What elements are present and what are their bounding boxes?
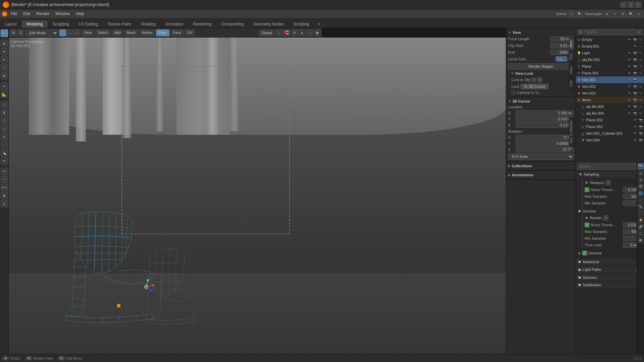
snapping-icon[interactable]: 🧲 bbox=[283, 29, 290, 36]
lock-to-obj-checkbox[interactable] bbox=[532, 78, 536, 82]
knife-button[interactable]: 🔪 bbox=[1, 149, 8, 157]
maximize-button[interactable]: □ bbox=[628, 2, 634, 8]
plane-sel-icon[interactable]: ⊙ bbox=[638, 64, 643, 69]
polypen-button[interactable]: ✒ bbox=[1, 157, 8, 165]
outliner-item-obj004[interactable]: △ obj file.004 👁 📷 ⊙ bbox=[576, 110, 644, 117]
viewport-shading-wire[interactable]: ○ bbox=[306, 29, 313, 36]
outliner-item-empty[interactable]: ⊙ Empty 👁 📷 ⊙ bbox=[576, 36, 644, 43]
cursor-rz-value[interactable]: 57.7° bbox=[516, 147, 574, 152]
render-settings-icon[interactable]: ⚙ bbox=[603, 215, 608, 221]
outliner-item-light[interactable]: 💡 Light 👁 📷 ⊙ bbox=[576, 50, 644, 56]
world-props-icon[interactable]: 🌐 bbox=[638, 190, 644, 196]
viewport-shading-solid[interactable]: ● bbox=[299, 29, 305, 36]
viewport-settings-icon[interactable]: ⚙ bbox=[605, 180, 611, 185]
annotate-tool-button[interactable]: ✏ bbox=[1, 82, 8, 90]
title-bar-controls[interactable]: − □ × bbox=[621, 2, 641, 8]
light-vis-icon[interactable]: 👁 bbox=[627, 50, 632, 56]
tab-modeling[interactable]: Modeling bbox=[22, 20, 48, 28]
menu-file[interactable]: File bbox=[8, 11, 20, 17]
transform-tool-button[interactable]: ⊞ bbox=[1, 72, 8, 79]
outliner-item-obj002[interactable]: △ obj file.002 👁 📷 ⊙ bbox=[576, 56, 644, 63]
outliner-item-empty001[interactable]: ⊙ Empty.001 👁 ··· bbox=[576, 43, 644, 50]
tab-animation[interactable]: Animation bbox=[161, 20, 188, 28]
editor-type-icon[interactable]: ⊞ bbox=[10, 29, 17, 36]
vertex-select-icon[interactable]: · bbox=[59, 29, 66, 36]
empty-select-icon[interactable]: ⊙ bbox=[638, 37, 643, 42]
outliner-item-skirt[interactable]: △ skirt.001_Cylinder.003 👁 📷 bbox=[576, 130, 644, 137]
outliner-item-plane001[interactable]: ▽ Plane.001 👁 📷 ⊙ bbox=[576, 70, 644, 76]
plane003-vis-icon[interactable]: 👁 bbox=[632, 124, 638, 129]
select-tool-button[interactable]: ↖ bbox=[1, 29, 8, 37]
cursor-y-value[interactable]: -2.632 m bbox=[516, 116, 574, 122]
dress-vis-icon[interactable]: 👁 bbox=[627, 97, 632, 103]
viewport-shading-render[interactable]: ◉ bbox=[314, 29, 321, 36]
scale-tool-button[interactable]: ⤡ bbox=[1, 64, 8, 71]
plane001-vis-icon[interactable]: 👁 bbox=[627, 70, 632, 76]
render-sub-header[interactable]: ▼ Render ⚙ bbox=[585, 214, 641, 222]
plane002-render-icon[interactable]: 📷 bbox=[638, 117, 643, 123]
object-props-icon[interactable]: ○ bbox=[638, 197, 644, 203]
add-menu[interactable]: Add bbox=[112, 29, 123, 36]
obj003-sel-icon[interactable]: ⊙ bbox=[638, 104, 643, 109]
cursor-rx-value[interactable]: 77.5° bbox=[516, 135, 574, 140]
tab-compositing[interactable]: Compositing bbox=[217, 20, 249, 28]
cursor-ry-value[interactable]: 0.00003° bbox=[516, 141, 574, 146]
add-cube-button[interactable]: □ bbox=[1, 101, 8, 108]
shrink-flatten-button[interactable]: ◍ bbox=[1, 192, 8, 199]
collections-header-row[interactable]: ▶ Collections ··· bbox=[508, 163, 574, 169]
vert001-render-icon[interactable]: 📷 bbox=[632, 77, 638, 82]
edge-menu[interactable]: Edge bbox=[156, 29, 169, 36]
vert003-render-icon[interactable]: 📷 bbox=[632, 90, 638, 96]
obj004-vis-icon[interactable]: 👁 bbox=[627, 111, 632, 116]
vert003-vis-icon[interactable]: 👁 bbox=[627, 90, 632, 96]
minimize-button[interactable]: − bbox=[621, 2, 627, 8]
tab-daz-to-blender[interactable]: Daz To Blender bbox=[569, 117, 574, 146]
vertex-menu[interactable]: Vertex bbox=[140, 29, 155, 36]
extrude-button[interactable]: ⬆ bbox=[1, 109, 8, 116]
denoise-sub-header[interactable]: ▶ Denoise bbox=[579, 208, 641, 214]
obj003-vis-icon[interactable]: 👁 bbox=[627, 104, 632, 109]
tab-tool[interactable]: Tool bbox=[569, 51, 574, 63]
select-menu[interactable]: Select bbox=[96, 29, 111, 36]
particles-props-icon[interactable]: · bbox=[638, 210, 644, 216]
obj004-render-icon[interactable]: 📷 bbox=[632, 111, 638, 116]
obj003-render-icon[interactable]: 📷 bbox=[632, 104, 638, 109]
render-noise-thresh-checkbox[interactable]: ✓ bbox=[585, 223, 589, 227]
measure-tool-button[interactable]: 📐 bbox=[1, 90, 8, 98]
loop-cut-button[interactable]: ≡ bbox=[1, 133, 8, 140]
search-icon[interactable]: 🔍 bbox=[628, 11, 634, 17]
cursor-tool-button[interactable]: ⊕ bbox=[1, 40, 8, 47]
outliner-item-vert001[interactable]: ▼ Vert.001 👁 📷 ⊙ bbox=[576, 76, 644, 83]
annotations-options[interactable]: ··· bbox=[571, 173, 574, 177]
tab-shading[interactable]: Shading bbox=[136, 20, 160, 28]
collections-options[interactable]: ··· bbox=[571, 164, 574, 168]
obj002-render-icon[interactable]: 📷 bbox=[632, 57, 638, 62]
cursor-x-value[interactable]: 2.302 m bbox=[516, 110, 574, 116]
outliner-item-vert002[interactable]: ▼ Vert.002 👁 📷 ⊙ bbox=[576, 83, 644, 90]
filter-icon[interactable]: ≡ bbox=[636, 11, 642, 17]
viewport-sub-header[interactable]: ▼ Viewport ⚙ bbox=[585, 179, 641, 186]
modifier-props-icon[interactable]: 🔧 bbox=[638, 203, 644, 209]
advanced-section-header[interactable]: ▶ Advanced bbox=[576, 258, 644, 265]
empty001-vis-icon[interactable]: 👁 bbox=[632, 44, 638, 49]
noise-thresh-checkbox[interactable]: ✓ bbox=[585, 187, 589, 192]
outliner-item-vert003[interactable]: ▼ Vert.003 👁 📷 ⊙ bbox=[576, 90, 644, 97]
to-3d-cursor-button[interactable]: To 3D Cursor bbox=[521, 84, 548, 89]
viewlayer-icon[interactable]: ⊕ bbox=[604, 11, 610, 17]
tab-uv-editing[interactable]: UV Editing bbox=[74, 20, 103, 28]
light-sel-icon[interactable]: ⊙ bbox=[638, 50, 643, 56]
shear-button[interactable]: ⧖ bbox=[1, 200, 8, 207]
move-tool-button[interactable]: ✛ bbox=[1, 48, 8, 55]
tab-view[interactable]: View bbox=[569, 64, 574, 77]
render-props-search-input[interactable] bbox=[578, 164, 642, 170]
volumes-section-header[interactable]: ▶ Volumes bbox=[576, 274, 644, 281]
camera-tag[interactable]: Ca... bbox=[555, 56, 567, 62]
viewport[interactable]: Camera Perspective (3) Vert.001 Z Y X -Z… bbox=[9, 38, 574, 354]
workspace-icon[interactable]: ☰ bbox=[17, 29, 24, 36]
smooth-button[interactable]: ≈ bbox=[1, 176, 8, 183]
output-props-icon[interactable]: 🖨 bbox=[638, 170, 644, 176]
material-props-icon[interactable]: ⬟ bbox=[638, 237, 644, 243]
bevel-button[interactable]: ◇ bbox=[1, 125, 8, 132]
edge-slide-button[interactable]: ⟺ bbox=[1, 184, 8, 191]
skirt-vis-icon[interactable]: 👁 bbox=[632, 131, 638, 136]
